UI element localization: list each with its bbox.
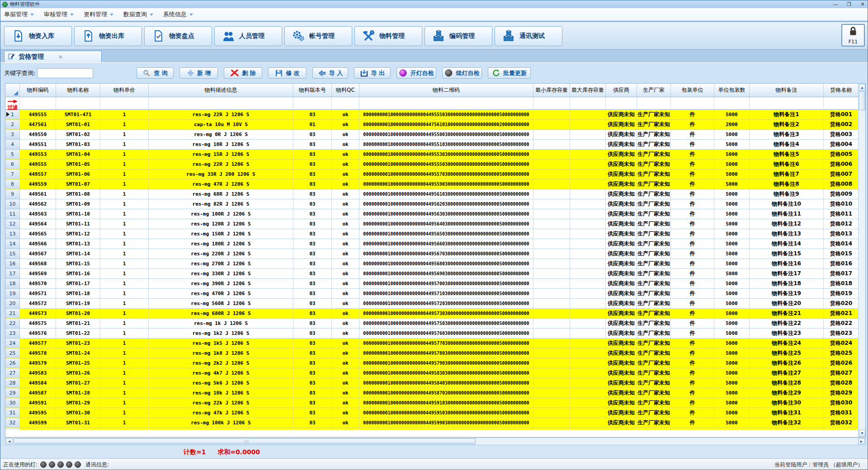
toolbar-button-6[interactable]: 物料管理 — [354, 26, 422, 46]
table-row[interactable]: 13449565SMT01-121res-mg 150R J 1206 S03o… — [5, 229, 859, 239]
table-row[interactable]: 22449575SMT01-211res-mg 1k J 1206 S03ok0… — [5, 319, 859, 329]
filter-cell-max[interactable] — [570, 97, 606, 110]
grid-filter-row[interactable]: 过滤 — [5, 97, 859, 110]
cell-sel[interactable]: 22 — [5, 319, 20, 329]
cell-sel[interactable]: 11 — [5, 209, 20, 219]
cell-sel[interactable]: 17 — [5, 269, 20, 279]
column-header-note[interactable]: 物料备注 — [750, 84, 824, 97]
cell-sel[interactable]: 31 — [5, 408, 20, 418]
select-all-corner-icon[interactable] — [14, 91, 18, 95]
cell-sel[interactable]: 6 — [5, 160, 20, 169]
column-header-min[interactable]: 最小库存容量 — [533, 84, 570, 97]
horizontal-scrollbar[interactable]: ◀ ▶ — [5, 437, 866, 445]
filter-cell-slot[interactable] — [824, 97, 859, 110]
table-row[interactable]: 5449553SMT01-041res-mg 15R J 1206 S03ok0… — [5, 150, 859, 160]
filter-cell-qr[interactable] — [359, 97, 533, 110]
column-header-ver[interactable]: 物料版本号 — [293, 84, 332, 97]
cell-sel[interactable]: 27 — [5, 368, 20, 378]
toolbar-button-1[interactable]: 物资入库 — [4, 26, 72, 46]
horizontal-scroll-thumb[interactable] — [14, 438, 476, 444]
cell-sel[interactable]: 26 — [5, 358, 20, 368]
action-button-3[interactable]: 删 除 — [224, 67, 262, 79]
filter-cell-min[interactable] — [533, 97, 570, 110]
vertical-scrollbar[interactable]: ▲ ▼ — [858, 84, 865, 437]
keyword-search-input[interactable] — [37, 68, 93, 78]
filter-cell-desc[interactable] — [149, 97, 293, 110]
cell-sel[interactable]: 29 — [5, 388, 20, 398]
table-row[interactable]: 9449561SMT01-081res-mg 68R J 1206 S03ok0… — [5, 189, 859, 199]
cell-sel[interactable]: 16 — [5, 259, 20, 269]
action-button-8[interactable]: 熄灯自检 — [442, 67, 482, 79]
table-row[interactable]: 33449601SMT01-321res-mg 120k J 1206 S03o… — [5, 428, 859, 430]
action-button-7[interactable]: 开灯自检 — [396, 67, 436, 79]
table-row[interactable]: 2447561SMT01-011cap-ta 10u M 10V S01ok00… — [5, 120, 859, 130]
scroll-down-icon[interactable]: ▼ — [859, 430, 865, 437]
column-header-mfr[interactable]: 生产厂家 — [637, 84, 671, 97]
column-header-name[interactable]: 物料名称 — [56, 84, 100, 97]
toolbar-button-3[interactable]: 物资盘点 — [144, 26, 212, 46]
cell-sel[interactable]: 20 — [5, 299, 20, 309]
table-row[interactable]: 6449555SMT01-051res-mg 22R J 1206 S03ok0… — [5, 160, 859, 169]
table-row[interactable]: 11449563SMT01-101res-mg 100R J 1206 S03o… — [5, 209, 859, 219]
cell-sel[interactable]: 21 — [5, 309, 20, 319]
menu-item-2[interactable]: 审核管理 — [44, 10, 74, 19]
cell-sel[interactable]: 12 — [5, 219, 20, 229]
table-row[interactable]: 7449557SMT01-061res-mg 33R J 200 1206 S0… — [5, 169, 859, 179]
cell-sel[interactable]: 14 — [5, 239, 20, 249]
cell-sel[interactable]: 18 — [5, 279, 20, 289]
filter-cell-price[interactable] — [100, 97, 149, 110]
menu-item-5[interactable]: 系统信息 — [163, 10, 193, 19]
table-row[interactable]: 26449579SMT01-251res-mg 2k2 J 1206 S03ok… — [5, 358, 859, 368]
scroll-left-icon[interactable]: ◀ — [6, 438, 13, 444]
table-row[interactable]: 17449569SMT01-161res-mg 330R J 1206 S03o… — [5, 269, 859, 279]
action-button-1[interactable]: 查 询 — [137, 67, 174, 79]
filter-cell-note[interactable] — [750, 97, 824, 110]
cell-sel[interactable]: 25 — [5, 348, 20, 358]
cell-sel[interactable]: 15 — [5, 249, 20, 259]
table-row[interactable]: 31449595SMT01-301res-mg 47k J 1206 S03ok… — [5, 408, 859, 418]
cell-sel[interactable]: 13 — [5, 229, 20, 239]
column-header-pack[interactable]: 单位包装数 — [714, 84, 750, 97]
close-icon[interactable]: ✕ — [859, 1, 866, 8]
toolbar-button-8[interactable]: 通讯测试 — [495, 26, 562, 46]
action-button-4[interactable]: 修 改 — [268, 67, 307, 79]
table-row[interactable]: 25449578SMT01-241res-mg 1k8 J 1206 S03ok… — [5, 348, 859, 358]
table-row[interactable]: 19449571SMT01-181res-mg 470R J 1206 S03o… — [5, 289, 859, 299]
cell-sel[interactable]: 9 — [5, 189, 20, 199]
toolbar-button-7[interactable]: 编码管理 — [425, 26, 492, 46]
toolbar-button-2[interactable]: 物资出库 — [74, 26, 142, 46]
table-row[interactable]: 23449576SMT01-221res-mg 1k2 J 1206 S03ok… — [5, 329, 859, 338]
column-header-supplier[interactable]: 供应商 — [606, 84, 637, 97]
filter-cell-mfr[interactable] — [637, 97, 671, 110]
column-header-code[interactable]: 物料编码 — [20, 84, 56, 97]
filter-cell-ver[interactable] — [293, 97, 332, 110]
filter-cell-code[interactable] — [20, 97, 56, 110]
action-button-5[interactable]: 导 入 — [312, 67, 348, 79]
scroll-up-icon[interactable]: ▲ — [859, 84, 865, 91]
table-row[interactable]: 8449559SMT01-071res-mg 47R J 1206 S03ok0… — [5, 179, 859, 189]
table-row[interactable]: 16449568SMT01-151res-mg 270R J 1206 S03o… — [5, 259, 859, 269]
cell-sel[interactable]: 28 — [5, 378, 20, 388]
cell-sel[interactable]: 4 — [5, 140, 20, 150]
column-header-qr[interactable]: 物料二维码 — [359, 84, 533, 97]
filter-cell-pack[interactable] — [714, 97, 750, 110]
menu-item-4[interactable]: 数据查询 — [123, 10, 153, 19]
column-header-unit[interactable]: 包装单位 — [671, 84, 714, 97]
table-row[interactable]: 1449555SMT01-4711res-mg 22R J 1206 S03ok… — [5, 110, 859, 120]
column-header-price[interactable]: 物料单价 — [100, 84, 149, 97]
lock-button[interactable]: F11 — [841, 24, 865, 47]
table-row[interactable]: 24449577SMT01-231res-mg 1k5 J 1206 S03ok… — [5, 338, 859, 348]
table-row[interactable]: 14449566SMT01-131res-mg 180R J 1206 S03o… — [5, 239, 859, 249]
filter-cell-unit[interactable] — [671, 97, 714, 110]
vertical-scroll-thumb[interactable] — [859, 91, 865, 110]
menu-item-1[interactable]: 单据管理 — [4, 10, 34, 19]
table-row[interactable]: 10449562SMT01-091res-mg 82R J 1206 S03ok… — [5, 199, 859, 209]
filter-cell-name[interactable] — [56, 97, 100, 110]
cell-sel[interactable]: 33 — [5, 428, 20, 430]
column-header-slot[interactable]: 货格名称 — [824, 84, 859, 97]
table-row[interactable]: 21449573SMT01-201res-mg 680R J 1206 S03o… — [5, 309, 859, 319]
table-row[interactable]: 29449587SMT01-281res-mg 10k J 1206 S03ok… — [5, 388, 859, 398]
table-row[interactable]: 3449550SMT01-021res-mg 0R J 1206 S03ok00… — [5, 130, 859, 140]
action-button-6[interactable]: 导 出 — [354, 67, 391, 79]
table-row[interactable]: 15449567SMT01-141res-mg 220R J 1206 S03o… — [5, 249, 859, 259]
